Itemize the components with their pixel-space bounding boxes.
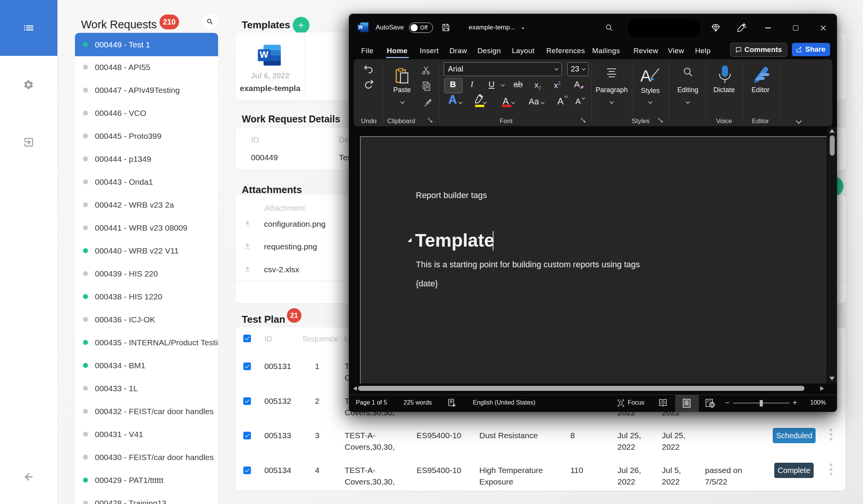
svg-text:A: A (640, 67, 651, 85)
svg-text:W: W (260, 49, 269, 60)
svg-text:W: W (358, 24, 363, 30)
